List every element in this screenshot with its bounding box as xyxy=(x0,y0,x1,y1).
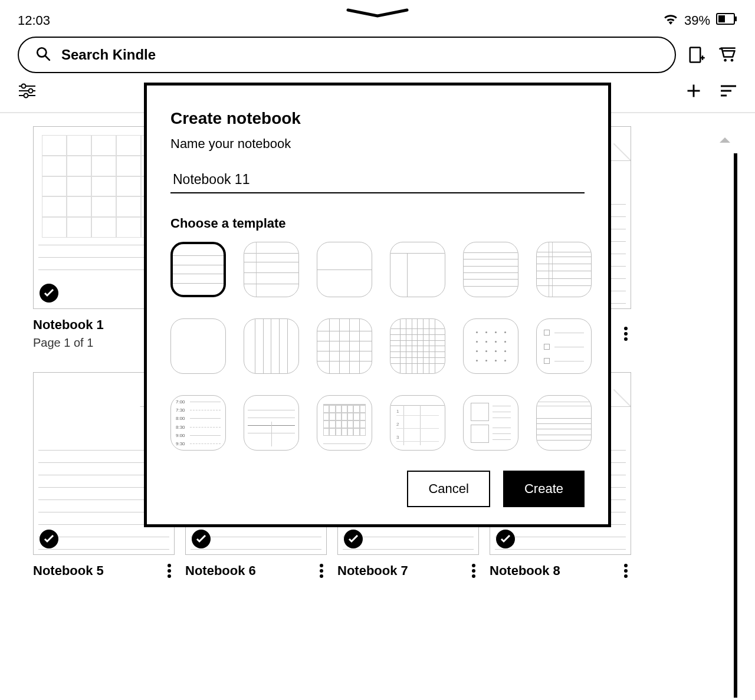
sort-icon[interactable] xyxy=(720,84,737,100)
search-icon xyxy=(35,46,51,64)
swipe-down-handle[interactable] xyxy=(345,8,410,21)
check-icon xyxy=(40,284,58,303)
template-lined-margin-narrow[interactable] xyxy=(536,242,592,297)
dialog-title: Create notebook xyxy=(170,109,585,128)
check-icon xyxy=(40,530,58,548)
template-checklist[interactable] xyxy=(536,318,592,374)
check-icon xyxy=(344,530,363,548)
more-icon[interactable] xyxy=(624,564,628,578)
svg-rect-1 xyxy=(718,15,725,22)
notebook-title: Notebook 7 xyxy=(337,563,408,579)
cancel-button[interactable]: Cancel xyxy=(407,471,490,507)
more-icon[interactable] xyxy=(624,327,628,341)
template-calendar[interactable] xyxy=(317,395,372,451)
template-cornell[interactable] xyxy=(390,242,445,297)
template-schedule[interactable]: 7:00 7:30 8:00 8:30 9:00 9:30 xyxy=(170,395,226,451)
template-lined-wide[interactable] xyxy=(170,242,226,297)
filter-icon[interactable] xyxy=(18,83,37,101)
template-top-lines[interactable] xyxy=(536,395,592,451)
svg-rect-5 xyxy=(690,48,701,63)
svg-point-9 xyxy=(731,59,734,62)
svg-point-16 xyxy=(24,94,28,98)
new-book-icon[interactable] xyxy=(687,45,707,65)
check-icon xyxy=(192,530,211,548)
template-columns[interactable] xyxy=(244,318,299,374)
battery-percent: 39% xyxy=(684,13,710,28)
cart-icon[interactable] xyxy=(717,45,737,65)
more-icon[interactable] xyxy=(168,564,171,578)
dialog-subtitle: Name your notebook xyxy=(170,136,585,152)
template-lined-narrow[interactable] xyxy=(463,242,518,297)
more-icon[interactable] xyxy=(472,564,475,578)
svg-point-12 xyxy=(22,84,26,88)
clock: 12:03 xyxy=(18,13,50,28)
template-numbered-list[interactable]: 1234 xyxy=(390,395,445,451)
add-icon[interactable] xyxy=(685,83,702,101)
template-blank[interactable] xyxy=(170,318,226,374)
template-grid-small[interactable] xyxy=(390,318,445,374)
notebook-title: Notebook 1 xyxy=(33,317,104,333)
notebook-title: Notebook 8 xyxy=(490,563,560,579)
search-input[interactable] xyxy=(61,47,658,63)
check-icon xyxy=(496,530,515,548)
create-button[interactable]: Create xyxy=(503,471,585,507)
svg-rect-2 xyxy=(735,17,737,21)
search-pill[interactable] xyxy=(18,37,676,73)
notebook-title: Notebook 6 xyxy=(185,563,256,579)
template-section-title: Choose a template xyxy=(170,216,585,231)
more-icon[interactable] xyxy=(320,564,323,578)
template-lined-margin-top[interactable] xyxy=(244,242,299,297)
template-table-split[interactable] xyxy=(244,395,299,451)
template-storyboard[interactable] xyxy=(463,395,518,451)
template-dot-grid[interactable] xyxy=(463,318,518,374)
template-half-split[interactable] xyxy=(317,242,372,297)
template-grid-large[interactable] xyxy=(317,318,372,374)
create-notebook-dialog: Create notebook Name your notebook Choos… xyxy=(144,83,611,527)
template-grid: 7:00 7:30 8:00 8:30 9:00 9:30 xyxy=(170,242,585,451)
battery-icon xyxy=(716,13,737,28)
svg-point-14 xyxy=(29,89,33,93)
header-row xyxy=(0,34,755,73)
wifi-icon xyxy=(663,13,678,28)
notebook-title: Notebook 5 xyxy=(33,563,104,579)
svg-line-4 xyxy=(45,55,50,60)
notebook-name-input[interactable] xyxy=(170,167,585,193)
svg-point-8 xyxy=(724,59,727,62)
